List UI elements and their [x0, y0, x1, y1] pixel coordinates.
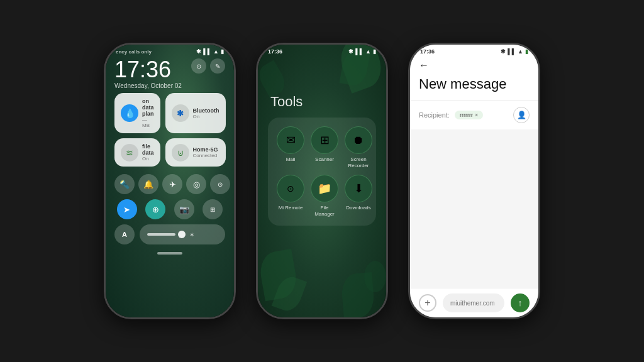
app-mail[interactable]: ✉ Mail — [277, 126, 304, 168]
file-manager-label: File Manager — [311, 205, 338, 217]
app-scanner[interactable]: ⊞ Scanner — [311, 126, 338, 168]
bt-tile-text: Bluetooth On — [193, 107, 219, 119]
phone2-battery: ▮ — [373, 48, 376, 55]
back-row: ← — [410, 56, 538, 75]
app-screen-recorder[interactable]: ⏺ Screen Recorder — [345, 126, 372, 168]
brightness-fill — [147, 233, 175, 236]
phone1-emergency-text: ency calls only — [116, 49, 152, 55]
wifi-icon: ▲ — [213, 48, 219, 55]
auto-btn[interactable]: A — [114, 224, 135, 244]
app-folder: ✉ Mail ⊞ Scanner ⏺ Screen Recorder ⊙ Mi … — [268, 118, 376, 226]
app-mi-remote[interactable]: ⊙ Mi Remote — [277, 175, 304, 217]
phone1-status-icons: ✱ ▌▌ ▲ ▮ — [196, 48, 224, 55]
nfc-btn[interactable]: ⊕ — [145, 199, 165, 219]
downloads-label: Downloads — [346, 205, 371, 211]
app-grid: ✉ Mail ⊞ Scanner ⏺ Screen Recorder ⊙ Mi … — [277, 126, 367, 217]
phone3-status-bar: 17:36 ✱ ▌▌ ▲ ▮ — [410, 45, 538, 56]
phone1-home-indicator — [106, 248, 234, 257]
mail-icon: ✉ — [277, 126, 304, 154]
phone3-screen: 17:36 ✱ ▌▌ ▲ ▮ ← New message Recipient: … — [410, 45, 538, 317]
screen-btn[interactable]: ⊞ — [203, 199, 223, 219]
brightness-slider[interactable]: ✶ — [140, 224, 225, 244]
input-placeholder: miuithemer.com — [450, 300, 495, 307]
phone3-signal: ▌▌ — [508, 48, 516, 55]
notification-btn[interactable]: 🔔 — [138, 174, 158, 194]
message-input[interactable]: miuithemer.com — [443, 293, 504, 312]
phone1-status-bar: ency calls only ✱ ▌▌ ▲ ▮ — [106, 45, 234, 56]
sun-icon: ✶ — [189, 231, 194, 238]
battery-icon: ▮ — [221, 48, 224, 55]
phone2-status-icons: ✱ ▌▌ ▲ ▮ — [348, 48, 376, 55]
extra-btn[interactable]: ⊙ — [210, 174, 230, 194]
wifi-sub: Connected — [193, 153, 219, 158]
phone2-screen: 17:36 ✱ ▌▌ ▲ ▮ Tools ✉ Mail ⊞ Scanner — [258, 45, 386, 317]
folder-label: Tools — [258, 56, 386, 118]
location-btn[interactable]: ➤ — [117, 199, 137, 219]
phone1-date: Wednesday, October 02 — [114, 82, 225, 89]
add-attachment-button[interactable]: + — [419, 294, 436, 312]
flashlight-btn[interactable]: 🔦 — [114, 174, 135, 194]
wifi-tile[interactable]: ⊍ Home-5G Connected — [165, 138, 226, 167]
scanner-label: Scanner — [315, 156, 334, 163]
recipient-label: Recipient: — [419, 111, 450, 119]
focus-btn[interactable]: ◎ — [186, 174, 206, 194]
phone3-status-icons: ✱ ▌▌ ▲ ▮ — [501, 48, 528, 55]
screen-recorder-icon: ⏺ — [345, 126, 372, 154]
app-file-manager[interactable]: 📁 File Manager — [311, 175, 338, 217]
phone1-quick-tiles: 💧 on data plan — MB ✱ Bluetooth On ≋ fil… — [106, 89, 234, 170]
signal-icon: ▌▌ — [203, 48, 211, 55]
phone3-bt: ✱ — [501, 48, 506, 55]
mi-remote-label: Mi Remote — [279, 205, 303, 211]
phone3-wifi: ▲ — [518, 48, 523, 55]
airplane-btn[interactable]: ✈ — [162, 174, 182, 194]
phone1-controls-row1: 🔦 🔔 ✈ ◎ ⊙ — [106, 170, 234, 198]
send-button[interactable]: ↑ — [511, 293, 530, 312]
recipient-row: Recipient: rrrrrrr × 👤 — [410, 100, 538, 129]
back-button[interactable]: ← — [419, 60, 429, 71]
screen-recorder-label: Screen Recorder — [345, 156, 372, 168]
bt-icon: ✱ — [196, 48, 201, 55]
contact-picker-icon[interactable]: 👤 — [513, 107, 530, 123]
edit-icon[interactable]: ✎ — [210, 58, 225, 74]
phone-3: 17:36 ✱ ▌▌ ▲ ▮ ← New message Recipient: … — [408, 43, 540, 319]
page-title: New message — [410, 75, 538, 100]
scanner-icon: ⊞ — [311, 126, 338, 154]
phone1-bottom: A ✶ — [106, 221, 234, 248]
data-sub: — MB — [142, 117, 154, 128]
phone2-time: 17:36 — [268, 48, 282, 55]
phone2-status-bar: 17:36 ✱ ▌▌ ▲ ▮ — [258, 45, 386, 56]
recipient-chip[interactable]: rrrrrrr × — [455, 111, 483, 119]
phone2-content: Tools ✉ Mail ⊞ Scanner ⏺ Screen Recorder — [258, 56, 386, 317]
phone2-wifi: ▲ — [365, 48, 371, 55]
plus-icon: + — [425, 297, 430, 309]
data-plan-tile[interactable]: 💧 on data plan — MB — [114, 93, 160, 133]
bottom-bar: + miuithemer.com ↑ — [410, 288, 538, 317]
alarm-icon[interactable]: ⊙ — [191, 58, 206, 74]
phone-2: 17:36 ✱ ▌▌ ▲ ▮ Tools ✉ Mail ⊞ Scanner — [256, 43, 388, 319]
data-icon: 💧 — [121, 104, 138, 122]
filedata-tile[interactable]: ≋ file data On — [114, 138, 160, 167]
home-pill — [157, 252, 182, 255]
filedata-icon: ≋ — [121, 144, 138, 162]
wifi-tile-icon: ⊍ — [172, 144, 189, 162]
camera-btn[interactable]: 📷 — [174, 199, 194, 219]
mi-remote-icon: ⊙ — [277, 175, 304, 202]
phone1-screen: ency calls only ✱ ▌▌ ▲ ▮ 17:36 Wednesday… — [106, 45, 234, 317]
filedata-sub: On — [142, 156, 154, 162]
recipient-name: rrrrrrr — [460, 112, 473, 118]
brightness-thumb — [178, 231, 186, 238]
bluetooth-label: Bluetooth — [193, 107, 219, 114]
phone2-bt-icon: ✱ — [348, 48, 353, 55]
message-body[interactable] — [410, 129, 538, 288]
phone1-controls-row2: ➤ ⊕ 📷 ⊞ — [106, 198, 234, 221]
app-downloads[interactable]: ⬇ Downloads — [345, 175, 372, 217]
data-label: on data plan — [142, 98, 154, 117]
mail-label: Mail — [286, 156, 296, 163]
data-tile-text: on data plan — MB — [142, 98, 154, 128]
bluetooth-tile[interactable]: ✱ Bluetooth On — [165, 93, 226, 133]
remove-recipient-icon[interactable]: × — [475, 112, 478, 118]
phone3-battery: ▮ — [525, 48, 528, 55]
phone3-time: 17:36 — [420, 48, 435, 55]
bluetooth-sub: On — [193, 114, 219, 119]
wifi-label: Home-5G — [193, 146, 219, 153]
